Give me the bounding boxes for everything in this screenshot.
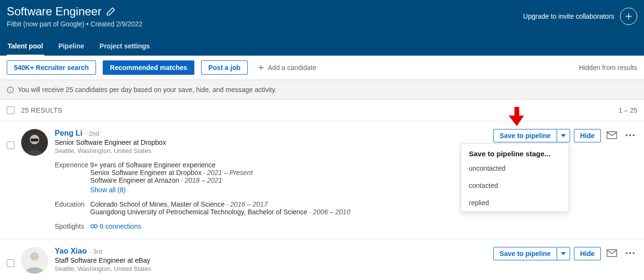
spotlights-label: Spotlights [55, 222, 90, 230]
dropdown-item-replied[interactable]: replied [461, 194, 569, 211]
svg-point-13 [626, 252, 628, 254]
dropdown-item-contacted[interactable]: contacted [461, 177, 569, 194]
recruiter-search-button[interactable]: 540K+ Recruiter search [7, 60, 96, 75]
more-actions-button[interactable] [623, 129, 637, 141]
svg-point-4 [91, 225, 94, 228]
save-to-pipeline-dropdown-toggle[interactable] [557, 129, 570, 142]
candidate-card: Yao Xiao · 3rd Staff Software Engineer a… [0, 239, 644, 280]
save-to-pipeline-button[interactable]: Save to pipeline [493, 129, 557, 142]
tab-project-settings[interactable]: Project settings [98, 38, 151, 56]
candidate-name[interactable]: Yao Xiao [55, 247, 87, 256]
avatar[interactable] [21, 247, 48, 274]
svg-point-7 [626, 134, 628, 136]
caret-down-icon [561, 252, 566, 255]
select-all-checkbox[interactable] [7, 106, 14, 114]
candidate-checkbox[interactable] [7, 259, 14, 267]
experience-line: Software Engineer at Amazon · 2018 – 202… [90, 176, 253, 184]
svg-point-11 [30, 252, 39, 261]
svg-point-8 [629, 134, 631, 136]
svg-rect-3 [31, 139, 38, 141]
experience-line: 9+ years of Software Engineer experience [90, 161, 253, 169]
post-job-button[interactable]: Post a job [201, 60, 248, 75]
toolbar: 540K+ Recruiter search Recommended match… [0, 56, 644, 80]
connection-degree: · 3rd [90, 248, 102, 255]
education-line: Guangdong University of Petrochemical Te… [90, 208, 350, 216]
svg-point-9 [632, 134, 634, 136]
recommended-matches-button[interactable]: Recommended matches [103, 60, 194, 75]
svg-rect-12 [607, 250, 617, 257]
annotation-arrow-icon [509, 107, 525, 128]
connections-count: 6 connections [100, 222, 141, 230]
candidate-checkbox[interactable] [7, 141, 14, 149]
message-button[interactable] [605, 129, 619, 141]
dropdown-title: Save to pipeline stage... [461, 144, 569, 160]
pagination-range: 1 – 25 [619, 106, 637, 114]
info-icon [7, 86, 14, 93]
tab-pipeline[interactable]: Pipeline [58, 38, 85, 56]
connection-degree: · 2nd [85, 130, 99, 137]
svg-point-15 [632, 252, 634, 254]
project-title: Software Engineer [7, 5, 101, 18]
envelope-icon [607, 131, 617, 140]
project-tabs: Talent pool Pipeline Project settings [7, 38, 637, 56]
candidate-actions: Save to pipeline Hide [493, 129, 637, 142]
project-header: Software Engineer Fitbit (now part of Go… [0, 0, 644, 56]
results-count: 25 RESULTS [21, 106, 62, 114]
connections-link[interactable]: 6 connections [90, 222, 141, 230]
education-label: Education [55, 200, 90, 216]
hidden-from-results-link[interactable]: Hidden from results [579, 64, 637, 71]
hide-button[interactable]: Hide [574, 129, 601, 142]
svg-point-14 [629, 252, 631, 254]
education-line: Colorado School of Mines, Master of Scie… [90, 200, 350, 208]
tab-talent-pool[interactable]: Talent pool [7, 38, 44, 56]
caret-down-icon [561, 134, 566, 137]
add-collaborator-button[interactable] [620, 8, 637, 25]
add-candidate-button[interactable]: Add a candidate [257, 64, 316, 71]
experience-label: Experience [55, 161, 90, 194]
save-to-pipeline-dropdown-toggle[interactable] [557, 247, 570, 260]
info-banner: You will receive 25 candidates per day b… [0, 80, 644, 100]
message-button[interactable] [605, 247, 619, 259]
candidate-location: Seattle, Washington, United States [55, 265, 637, 272]
avatar[interactable] [21, 129, 48, 156]
experience-line: Senior Software Engineer at Dropbox · 20… [90, 169, 253, 176]
pipeline-stage-dropdown: Save to pipeline stage... uncontacted co… [461, 143, 569, 212]
results-bar: 25 RESULTS 1 – 25 [0, 100, 644, 121]
connections-icon [90, 224, 98, 229]
more-horizontal-icon [625, 131, 635, 140]
candidate-name[interactable]: Peng Li [55, 129, 83, 138]
hide-button[interactable]: Hide [574, 247, 601, 260]
svg-rect-6 [607, 132, 617, 139]
more-actions-button[interactable] [623, 247, 637, 259]
more-horizontal-icon [625, 249, 635, 257]
project-subtitle: Fitbit (now part of Google) • Created 2/… [7, 20, 143, 28]
info-banner-text: You will receive 25 candidates per day b… [18, 86, 276, 93]
upgrade-text: Upgrade to invite collaborators [523, 12, 614, 20]
show-all-experience-link[interactable]: Show all (8) [90, 186, 126, 194]
envelope-icon [607, 249, 617, 257]
edit-icon[interactable] [106, 7, 116, 16]
candidate-actions: Save to pipeline Hide [493, 247, 637, 260]
save-to-pipeline-button[interactable]: Save to pipeline [493, 247, 557, 260]
dropdown-item-uncontacted[interactable]: uncontacted [461, 160, 569, 177]
svg-point-5 [94, 225, 97, 228]
add-candidate-label: Add a candidate [268, 64, 316, 71]
candidate-card: Peng Li · 2nd Senior Software Engineer a… [0, 121, 644, 239]
